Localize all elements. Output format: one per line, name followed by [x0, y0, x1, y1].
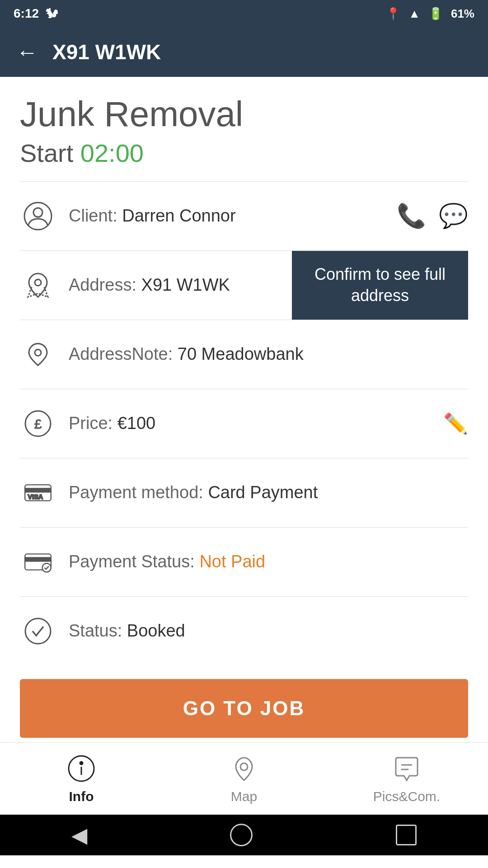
price-icon: £ [20, 406, 56, 442]
client-row: Client: Darren Connor 📞 💬 [20, 182, 468, 251]
edit-price-icon[interactable]: ✏️ [443, 412, 468, 435]
svg-rect-10 [25, 557, 51, 561]
confirm-address-button[interactable]: Confirm to see full address [292, 251, 468, 320]
battery-percent: 61% [451, 7, 474, 21]
start-time: 02:00 [80, 139, 144, 167]
client-value: Darren Connor [122, 206, 235, 225]
info-nav-label: Info [69, 789, 94, 804]
price-label: Price: [69, 414, 117, 433]
payment-method-label: Payment method: [69, 483, 208, 502]
svg-point-16 [240, 763, 248, 770]
status-row: Status: Booked [20, 597, 468, 665]
location-icon: 📍 [386, 7, 400, 21]
address-label: Address: [69, 275, 141, 294]
payment-status-text: Payment Status: Not Paid [69, 552, 468, 571]
svg-rect-7 [25, 488, 51, 492]
recents-system-button[interactable] [396, 825, 417, 845]
status-value: Booked [127, 621, 185, 640]
tab-map[interactable]: Map [163, 753, 325, 804]
phone-icon[interactable]: 📞 [397, 202, 426, 230]
price-value: €100 [117, 414, 156, 433]
address-row: Address: X91 W1WK Confirm to see full ad… [20, 251, 468, 320]
payment-status-icon [20, 544, 56, 580]
map-nav-label: Map [231, 789, 257, 804]
battery-icon: 🔋 [428, 7, 443, 21]
wifi-icon: ▲ [408, 7, 420, 21]
status-text: Status: Booked [69, 621, 468, 641]
system-nav: ◀ [0, 815, 488, 855]
svg-point-12 [25, 618, 51, 644]
job-start: Start 02:00 [20, 138, 468, 168]
client-label: Client: [69, 206, 122, 225]
payment-method-icon: VISA [20, 475, 56, 511]
status-icon [20, 613, 56, 649]
bottom-nav: Info Map Pics&Com. [0, 742, 488, 815]
payment-method-value: Card Payment [208, 483, 318, 502]
addressnote-value: 70 Meadowbank [178, 344, 304, 363]
status-time: 6:12 [14, 6, 39, 21]
payment-method-text: Payment method: Card Payment [69, 483, 468, 502]
svg-point-2 [35, 279, 41, 286]
back-button[interactable]: ← [16, 40, 38, 65]
nav-bar: ← X91 W1WK [0, 27, 488, 77]
map-nav-icon [228, 753, 260, 784]
svg-point-3 [35, 349, 41, 356]
svg-text:VISA: VISA [28, 493, 43, 500]
svg-point-1 [33, 208, 42, 217]
address-value: X91 W1WK [141, 275, 230, 294]
nav-title: X91 W1WK [52, 40, 161, 64]
tab-picscom[interactable]: Pics&Com. [325, 753, 488, 804]
picscom-nav-icon [391, 753, 422, 784]
payment-status-value: Not Paid [199, 552, 265, 571]
client-actions: 📞 💬 [397, 202, 468, 230]
status-bar: 6:12 🐿 📍 ▲ 🔋 61% [0, 0, 488, 27]
svg-text:£: £ [34, 416, 42, 431]
back-system-button[interactable]: ◀ [71, 823, 87, 847]
svg-point-15 [80, 762, 83, 764]
picscom-nav-label: Pics&Com. [373, 789, 440, 804]
start-label: Start [20, 139, 80, 167]
price-text: Price: €100 [69, 414, 436, 433]
addressnote-row: AddressNote: 70 Meadowbank [20, 320, 468, 389]
chat-icon[interactable]: 💬 [439, 202, 468, 230]
address-icon [20, 267, 56, 303]
client-icon [20, 198, 56, 234]
client-text: Client: Darren Connor [69, 206, 389, 226]
price-row: £ Price: €100 ✏️ [20, 389, 468, 458]
job-title: Junk Removal [20, 95, 468, 134]
tab-info[interactable]: Info [0, 753, 163, 804]
go-to-job-button[interactable]: GO TO JOB [20, 679, 468, 738]
main-content: Junk Removal Start 02:00 Client: Darren … [0, 77, 488, 738]
home-system-button[interactable] [230, 824, 253, 846]
payment-status-label: Payment Status: [69, 552, 199, 571]
addressnote-label: AddressNote: [69, 344, 178, 363]
payment-method-row: VISA Payment method: Card Payment [20, 458, 468, 528]
addressnote-icon [20, 336, 56, 373]
addressnote-text: AddressNote: 70 Meadowbank [69, 344, 468, 364]
squirrel-icon: 🐿 [45, 6, 58, 21]
payment-status-row: Payment Status: Not Paid [20, 528, 468, 597]
info-nav-icon [66, 753, 97, 784]
status-label: Status: [69, 621, 127, 640]
price-actions: ✏️ [443, 412, 468, 435]
